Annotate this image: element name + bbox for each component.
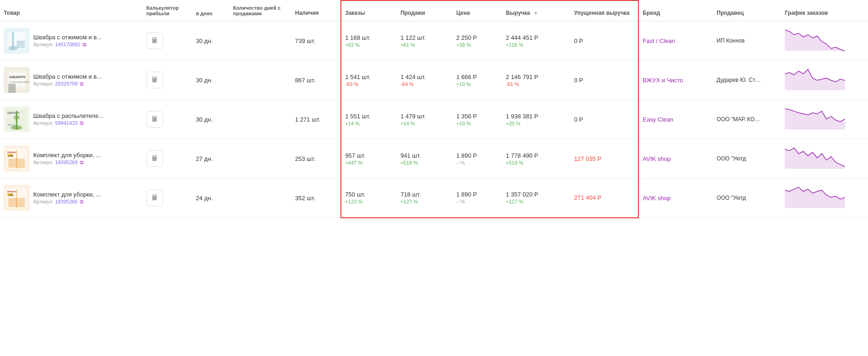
- stock-value: 739 шт.: [295, 37, 316, 44]
- calculator-icon: 🖩: [151, 154, 158, 163]
- days-sales-cell: [230, 61, 291, 100]
- calculator-icon: 🖩: [151, 76, 158, 84]
- calculator-icon: 🖩: [151, 37, 158, 45]
- svg-rect-10: [8, 84, 16, 93]
- revenue-cell: 1 778 490 Р +519 %: [502, 139, 571, 178]
- sales-cell: 1 122 шт. +61 %: [397, 21, 453, 61]
- calculator-button[interactable]: 🖩: [146, 111, 163, 128]
- calc-cell: 🖩: [143, 61, 192, 100]
- sales-main: 1 424 шт.: [401, 74, 449, 80]
- header-brand: Бренд: [638, 0, 713, 21]
- svg-rect-16: [14, 116, 19, 119]
- sales-cell: 1 424 шт. -64 %: [397, 61, 453, 100]
- header-orders: Заказы: [341, 0, 397, 21]
- days-on-cell: 30 дн.: [192, 61, 230, 100]
- article-link[interactable]: 29329709: [55, 81, 78, 86]
- table-row: Швабра с отжимом и в... Артикул: 1451708…: [0, 21, 868, 61]
- header-chart: График заказов: [781, 0, 868, 21]
- orders-cell: 750 шт. +123 %: [341, 178, 397, 218]
- revenue-main: 2 146 791 Р: [506, 74, 567, 80]
- table-row: Новое 145р Комплект для уборки, ... Арти…: [0, 178, 868, 218]
- svg-text:ШВАБРА: ШВАБРА: [9, 75, 26, 79]
- table-row: ШВАБРА 400 мл Швабра с распылителе... Ар…: [0, 100, 868, 139]
- days-on-value: 30 дн.: [196, 37, 212, 44]
- revenue-cell: 2 146 791 Р -61 %: [502, 61, 571, 100]
- orders-cell: 1 541 шт. -63 %: [341, 61, 397, 100]
- stock-cell: 352 шт.: [291, 178, 341, 218]
- product-article: Артикул: 18395266 ⧉: [33, 199, 139, 205]
- calc-cell: 🖩: [143, 21, 192, 61]
- brand-cell: Easy Clean: [638, 100, 713, 139]
- copy-icon[interactable]: ⧉: [80, 160, 84, 165]
- calculator-button[interactable]: 🖩: [146, 190, 163, 206]
- orders-sub: +447 %: [345, 160, 393, 166]
- stock-value: 867 шт.: [295, 77, 316, 84]
- calculator-button[interactable]: 🖩: [146, 72, 163, 88]
- orders-cell: 1 551 шт. +14 %: [341, 100, 397, 139]
- article-link[interactable]: 59941433: [55, 120, 78, 126]
- calc-cell: 🖩: [143, 100, 192, 139]
- copy-icon[interactable]: ⧉: [83, 42, 86, 47]
- revenue-main: 2 444 451 Р: [506, 34, 567, 41]
- stock-value: 1 271 шт.: [295, 116, 321, 123]
- chart-cell: [781, 21, 868, 61]
- svg-rect-4: [17, 41, 25, 48]
- article-link[interactable]: 18395266: [55, 199, 78, 204]
- calculator-icon: 🖩: [151, 194, 158, 202]
- sales-sub: +127 %: [401, 199, 449, 204]
- lost-cell: 0 Р: [571, 21, 639, 61]
- revenue-cell: 1 938 381 Р +20 %: [502, 100, 571, 139]
- brand-cell: AVIK shop: [638, 178, 713, 218]
- revenue-cell: 1 357 020 Р +127 %: [502, 178, 571, 218]
- header-days-on: в днях: [192, 0, 230, 21]
- svg-point-3: [8, 46, 18, 50]
- svg-text:145р: 145р: [8, 154, 13, 157]
- price-sub: +10 %: [456, 121, 498, 126]
- brand-cell: ВЖУХ и Чисто: [638, 61, 713, 100]
- orders-main: 957 шт.: [345, 152, 393, 159]
- lost-main: 0 Р: [574, 37, 635, 44]
- header-product: Товар: [0, 0, 143, 21]
- copy-icon[interactable]: ⧉: [80, 199, 84, 204]
- product-article: Артикул: 59941433 ⧉: [33, 120, 139, 126]
- brand-value: Easy Clean: [643, 116, 673, 123]
- price-cell: 2 250 Р +38 %: [453, 21, 502, 61]
- calc-cell: 🖩: [143, 139, 192, 178]
- product-cell: Швабра с отжимом и в... Артикул: 1451708…: [0, 21, 143, 61]
- price-cell: 1 890 Р – %: [453, 178, 502, 218]
- revenue-cell: 2 444 451 Р +116 %: [502, 21, 571, 61]
- orders-main: 1 551 шт.: [345, 113, 393, 120]
- sales-main: 718 шт.: [401, 191, 449, 198]
- days-on-cell: 24 дн.: [192, 178, 230, 218]
- article-link[interactable]: 145170881: [55, 42, 80, 47]
- lost-main: 0 Р: [574, 116, 635, 123]
- calculator-button[interactable]: 🖩: [146, 32, 163, 49]
- revenue-main: 1 778 490 Р: [506, 152, 567, 159]
- header-seller: Продавец: [713, 0, 781, 21]
- svg-text:Новое: Новое: [7, 151, 16, 153]
- product-image: Новое 145р: [4, 146, 30, 172]
- calculator-icon: 🖩: [151, 115, 158, 123]
- lost-main: 271 404 Р: [574, 194, 635, 201]
- article-link[interactable]: 18395269: [55, 160, 78, 165]
- seller-value: Дударев Ю. Степанови: [716, 77, 763, 83]
- copy-icon[interactable]: ⧉: [80, 81, 84, 86]
- lost-cell: 127 035 Р: [571, 139, 639, 178]
- stock-cell: 253 шт.: [291, 139, 341, 178]
- product-image: [4, 28, 30, 54]
- calculator-button[interactable]: 🖩: [146, 150, 163, 167]
- brand-cell: Fast / Clean: [638, 21, 713, 61]
- product-image: ШВАБРА 400 мл: [4, 106, 30, 132]
- stock-cell: 867 шт.: [291, 61, 341, 100]
- product-cell: ШВАБРА 400 мл Швабра с распылителе... Ар…: [0, 100, 143, 139]
- sales-sub: -64 %: [401, 81, 449, 87]
- header-stock: Наличие: [291, 0, 341, 21]
- lost-cell: 0 Р: [571, 61, 639, 100]
- copy-icon[interactable]: ⧉: [80, 120, 84, 126]
- product-name: Швабра с распылителе...: [33, 112, 139, 119]
- stock-value: 352 шт.: [295, 195, 316, 202]
- stock-value: 253 шт.: [295, 155, 316, 162]
- sales-sub: +519 %: [401, 160, 449, 166]
- price-main: 1 666 Р: [456, 74, 498, 80]
- revenue-sort-icon[interactable]: ▼: [534, 11, 538, 16]
